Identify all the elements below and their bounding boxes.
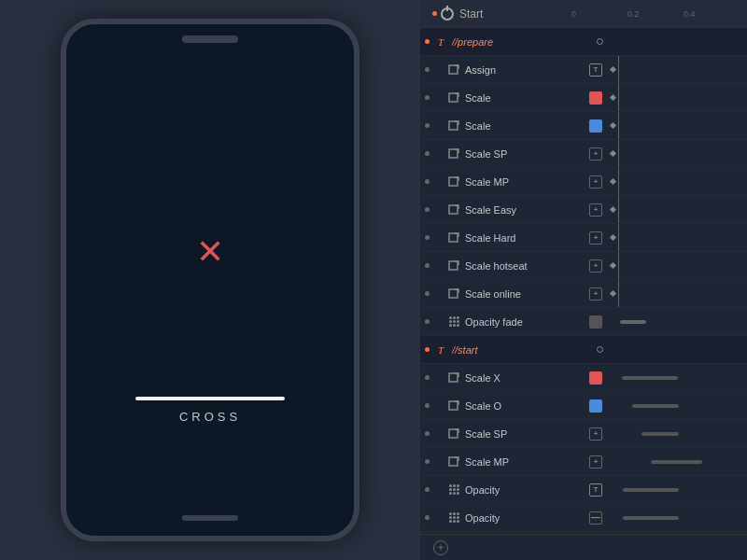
assign-badge-icon: T: [589, 63, 602, 77]
layer-row-scaleO[interactable]: Scale O: [420, 392, 747, 420]
power-icon: [441, 7, 454, 21]
opacity2-icon: [446, 511, 461, 525]
scaleMP2-track: [618, 448, 747, 475]
opacityFade-badge: [586, 315, 605, 329]
progress-area: CROSS: [117, 397, 303, 424]
layer-row-scaleHotseat[interactable]: Scale hotseat +: [420, 252, 747, 280]
layer-row-scaleSP2[interactable]: Scale SP +: [420, 420, 747, 448]
layer-row-scaleMP[interactable]: Scale MP +: [420, 168, 747, 196]
opacityFade-badge-icon: [589, 315, 602, 329]
scale2-diamond: [607, 120, 618, 132]
opacity2-track: [618, 504, 747, 531]
scaleHotseat-icon: [446, 259, 461, 273]
opacity1-name: Opacity: [465, 484, 586, 496]
scaleO-name: Scale O: [465, 400, 586, 412]
svg-rect-5: [449, 205, 458, 214]
svg-rect-0: [449, 65, 458, 74]
layer-row-scaleEasy[interactable]: Scale Easy +: [420, 196, 747, 224]
ruler-mark-2: 0.4: [684, 9, 740, 19]
svg-rect-10: [449, 401, 458, 410]
scaleHotseat-badge: +: [586, 259, 605, 273]
layer-row-prepare[interactable]: T //prepare: [420, 28, 747, 56]
scaleHard-badge-icon: +: [589, 231, 602, 245]
scaleMP2-badge-icon: +: [589, 455, 602, 469]
scaleMP-icon: [446, 175, 461, 189]
start-t-icon: T: [433, 343, 448, 357]
layer-row-scaleSP[interactable]: Scale SP +: [420, 140, 747, 168]
scale2-badge: [586, 119, 605, 133]
layer-row-scaleMP2[interactable]: Scale MP +: [420, 448, 747, 476]
layers-list[interactable]: T //prepare Assign T: [420, 28, 747, 534]
layer-row-opacity1[interactable]: Opacity T: [420, 476, 747, 504]
layer-row-assign[interactable]: Assign T: [420, 56, 747, 84]
scaleSP-diamond: [607, 148, 618, 160]
opacityFade-name: Opacity fade: [465, 316, 586, 328]
svg-rect-9: [449, 373, 458, 382]
scaleSP2-icon: [446, 427, 461, 441]
scaleMP-diamond: [607, 176, 618, 188]
layer-row-start[interactable]: T //start: [420, 336, 747, 364]
layer-row-scaleOnline[interactable]: Scale online +: [420, 280, 747, 308]
scaleSP-icon: [446, 147, 461, 161]
scale2-track: [618, 112, 747, 139]
scaleHard-icon: [446, 231, 461, 245]
scaleOnline-track: [618, 280, 747, 307]
group-name-start: //start: [452, 344, 573, 356]
timeline-header: Start 0 0.2 0.4: [420, 0, 747, 28]
scale1-badge-icon: [589, 91, 602, 105]
active-dot: [432, 11, 437, 16]
assign-diamond: [607, 64, 618, 76]
layer-row-scaleX[interactable]: Scale X: [420, 364, 747, 392]
scaleHard-diamond: [607, 232, 618, 244]
svg-rect-3: [449, 149, 458, 158]
scaleO-badge: [586, 399, 605, 413]
scaleSP2-diamond: [607, 428, 618, 440]
layer-row-opacity2[interactable]: Opacity —: [420, 504, 747, 532]
opacity1-icon: [446, 483, 461, 497]
layer-row-opacityFade[interactable]: Opacity fade: [420, 308, 747, 336]
add-button-row: +: [420, 534, 747, 560]
scaleO-badge-icon: [589, 399, 602, 413]
scale1-diamond: [607, 92, 618, 104]
scaleSP2-badge: +: [586, 427, 605, 441]
layer-row-scale1[interactable]: Scale: [420, 84, 747, 112]
layer-row-scale2[interactable]: Scale: [420, 112, 747, 140]
timeline-panel: Start 0 0.2 0.4 T //prepare Assign: [420, 0, 747, 560]
phone-preview-panel: ✕ CROSS: [0, 0, 420, 560]
svg-rect-12: [449, 457, 458, 466]
scaleMP-name: Scale MP: [465, 176, 586, 188]
add-layer-button[interactable]: +: [433, 540, 448, 555]
cross-label: CROSS: [179, 410, 241, 424]
scaleSP2-track: [618, 420, 747, 447]
opacity1-badge: T: [586, 483, 605, 497]
phone-frame: ✕ CROSS: [61, 19, 359, 541]
scaleMP-track: [618, 168, 747, 195]
scaleMP2-icon: [446, 455, 461, 469]
svg-rect-8: [449, 289, 458, 298]
svg-rect-4: [449, 177, 458, 186]
layer-row-scaleHard[interactable]: Scale Hard +: [420, 224, 747, 252]
scaleHard-track: [618, 224, 747, 251]
scaleSP-name: Scale SP: [465, 148, 586, 160]
assign-dot-left: [425, 67, 430, 72]
scaleSP-badge-icon: +: [589, 147, 602, 161]
scaleO-icon: [446, 399, 461, 413]
group-diamond: [594, 36, 605, 48]
prepare-track: [605, 28, 747, 55]
scaleHotseat-name: Scale hotseat: [465, 260, 586, 272]
ruler-mark-0: 0: [571, 9, 627, 19]
scaleX-track: [618, 364, 747, 391]
scaleHard-badge: +: [586, 231, 605, 245]
scaleSP2-badge-icon: +: [589, 427, 602, 441]
scaleEasy-badge-icon: +: [589, 203, 602, 217]
scaleEasy-track: [618, 196, 747, 223]
scaleX-badge: [586, 371, 605, 385]
scaleMP2-badge: +: [586, 455, 605, 469]
opacity2-badge-icon: —: [589, 511, 602, 525]
scaleMP2-name: Scale MP: [465, 456, 586, 468]
scaleX-icon: [446, 371, 461, 385]
scaleSP2-name: Scale SP: [465, 428, 586, 440]
opacity2-diamond: [607, 512, 618, 524]
scale1-badge: [586, 91, 605, 105]
svg-rect-11: [449, 429, 458, 438]
